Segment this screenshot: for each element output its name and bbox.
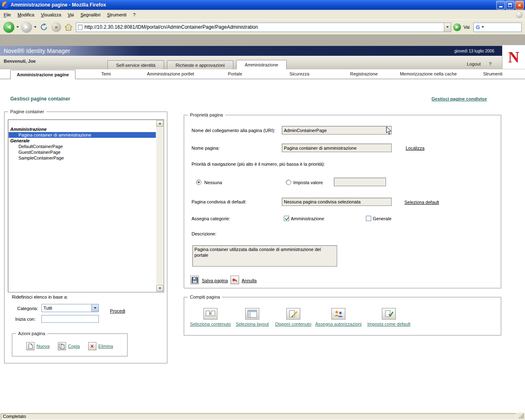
subtab-amministrazione-pagine[interactable]: Amministrazione pagine — [10, 70, 75, 79]
list-item-guest-container-page[interactable]: GuestContainerPage — [9, 149, 156, 155]
subtab-portale[interactable]: Portale — [203, 69, 267, 79]
page-actions-panel: Azioni pagina Nuova Copia × Elimina — [12, 333, 128, 356]
logout-link[interactable]: Logout — [467, 62, 481, 66]
go-label[interactable]: Vai — [463, 25, 470, 30]
proceed-link[interactable]: Procedi — [110, 308, 125, 313]
task-assign-permissions[interactable]: Assegna autorizzazioni — [314, 308, 363, 326]
back-history-dropdown-icon[interactable] — [16, 26, 19, 28]
minimize-button[interactable] — [496, 1, 505, 9]
scroll-down-button[interactable] — [156, 285, 163, 292]
stop-button[interactable]: × — [51, 22, 61, 32]
forward-history-dropdown-icon[interactable] — [34, 26, 37, 28]
new-page-button[interactable] — [26, 342, 34, 350]
subtab-memorizzazione-cache[interactable]: Memorizzazione nella cache — [396, 69, 461, 79]
delete-page-link[interactable]: Elimina — [98, 344, 113, 349]
back-button[interactable] — [3, 22, 14, 33]
tab-amministrazione[interactable]: Amministrazione — [236, 60, 287, 69]
tab-richieste-e-approvazioni[interactable]: Richieste e approvazioni — [167, 60, 233, 69]
menu-visualizza[interactable]: Visualizza — [38, 11, 64, 18]
delete-page-action[interactable]: × Elimina — [88, 342, 113, 350]
select-layout-link[interactable]: Seleziona layout — [236, 322, 269, 326]
listbox-items: Amministrazione Pagina container di ammi… — [9, 126, 156, 161]
cancel-link[interactable]: Annulla — [242, 278, 257, 283]
task-select-content[interactable]: Seleziona contenuto — [189, 308, 232, 326]
forward-button[interactable] — [21, 22, 32, 33]
delete-page-button[interactable]: × — [88, 342, 96, 350]
select-default-link[interactable]: Seleziona default — [404, 200, 439, 205]
cancel-button[interactable] — [231, 276, 239, 284]
help-link[interactable]: ? — [489, 62, 491, 66]
menu-help[interactable]: ? — [130, 11, 139, 18]
url-history-dropdown[interactable] — [444, 23, 451, 32]
search-engine-dropdown-icon[interactable] — [482, 26, 484, 28]
category-label: Categoria: — [17, 306, 38, 311]
starts-with-input[interactable] — [41, 315, 99, 323]
category-dropdown-button[interactable] — [91, 304, 98, 312]
task-set-as-default[interactable]: Imposta come default — [363, 308, 415, 326]
default-shared-field: Nessuna pagina condivisa selezionata — [282, 198, 392, 206]
arrange-content-button[interactable] — [286, 308, 300, 320]
task-arrange-content[interactable]: Disponi contenuto — [273, 308, 314, 326]
subtab-amministrazione-portlet[interactable]: Amministrazione portlet — [138, 69, 203, 79]
menu-vai[interactable]: Vai — [64, 11, 77, 18]
priority-none-radio[interactable] — [196, 180, 201, 185]
scroll-up-button[interactable] — [156, 120, 163, 127]
navigation-toolbar: × http://10.2.30.162:8081/IDM/portal/cn/… — [0, 19, 525, 35]
set-as-default-link[interactable]: Imposta come default — [367, 322, 410, 326]
save-page-button[interactable] — [190, 276, 199, 284]
menu-segnalibri[interactable]: Segnalibri — [77, 11, 104, 18]
page-tasks-panel: Compiti pagina Seleziona contenuto Selez… — [184, 297, 501, 336]
search-box[interactable]: G — [473, 23, 522, 32]
category-select[interactable]: Tutti — [41, 304, 99, 312]
copy-page-action[interactable]: Copia — [58, 342, 80, 350]
url-bar[interactable]: http://10.2.30.162:8081/IDM/portal/cn/Ad… — [76, 23, 451, 32]
uri-input[interactable] — [282, 126, 392, 135]
copy-page-button[interactable] — [58, 342, 66, 350]
select-content-link[interactable]: Seleziona contenuto — [190, 322, 231, 326]
list-item-admin-container-page[interactable]: Pagina container di amministrazione — [9, 132, 156, 138]
select-content-button[interactable] — [203, 308, 217, 320]
page-name-input[interactable] — [282, 144, 392, 152]
container-pages-listbox[interactable]: Amministrazione Pagina container di ammi… — [8, 119, 164, 292]
maximize-button[interactable] — [506, 1, 514, 9]
new-page-action[interactable]: Nuova — [26, 342, 50, 350]
task-select-layout[interactable]: Seleziona layout — [232, 308, 273, 326]
firefox-icon — [2, 2, 9, 8]
reload-button[interactable] — [39, 22, 49, 32]
menu-file[interactable]: File — [0, 11, 14, 18]
category-amministrazione-checkbox[interactable] — [284, 216, 289, 221]
go-button[interactable] — [453, 23, 461, 31]
copy-page-link[interactable]: Copia — [68, 344, 80, 349]
description-textarea[interactable]: Pagina container utilizzata dalla consol… — [192, 245, 337, 267]
save-page-link[interactable]: Salva pagina — [202, 278, 228, 283]
list-item-default-container-page[interactable]: DefaultContainerPage — [9, 144, 156, 149]
category-dropdown-icon — [94, 307, 96, 309]
assign-permissions-button[interactable] — [331, 308, 345, 320]
menu-strumenti[interactable]: Strumenti — [104, 11, 130, 18]
tab-self-service-identita[interactable]: Self-service identità — [107, 60, 164, 69]
priority-value-input[interactable] — [334, 178, 386, 186]
arrange-content-link[interactable]: Disponi contenuto — [275, 322, 311, 326]
list-item-sample-container-page[interactable]: SampleContainerPage — [9, 155, 156, 161]
priority-set-radio[interactable] — [286, 180, 291, 185]
subtab-registrazione[interactable]: Registrazione — [332, 69, 396, 79]
home-button[interactable] — [63, 22, 74, 32]
subtab-temi[interactable]: Temi — [74, 69, 138, 79]
set-as-default-button[interactable] — [382, 308, 396, 320]
new-page-link[interactable]: Nuova — [37, 344, 50, 349]
assign-permissions-link[interactable]: Assegna autorizzazioni — [315, 322, 361, 326]
minimize-icon — [499, 6, 502, 7]
menu-modifica[interactable]: Modifica — [14, 11, 38, 18]
subtab-strumenti[interactable]: Strumenti — [461, 69, 525, 79]
localize-link[interactable]: Localizza — [406, 146, 425, 151]
close-button[interactable]: × — [515, 1, 524, 9]
page-favicon — [78, 25, 82, 30]
listbox-scrollbar[interactable] — [156, 120, 163, 292]
status-bar: Completato — [0, 412, 525, 420]
resize-grip[interactable] — [519, 413, 524, 419]
subtab-sicurezza[interactable]: Sicurezza — [267, 69, 331, 79]
url-text[interactable]: http://10.2.30.162:8081/IDM/portal/cn/Ad… — [84, 24, 444, 30]
select-layout-button[interactable] — [245, 308, 259, 320]
manage-shared-pages-link[interactable]: Gestisci pagine condivise — [431, 96, 487, 101]
category-generale-checkbox[interactable] — [366, 216, 371, 221]
